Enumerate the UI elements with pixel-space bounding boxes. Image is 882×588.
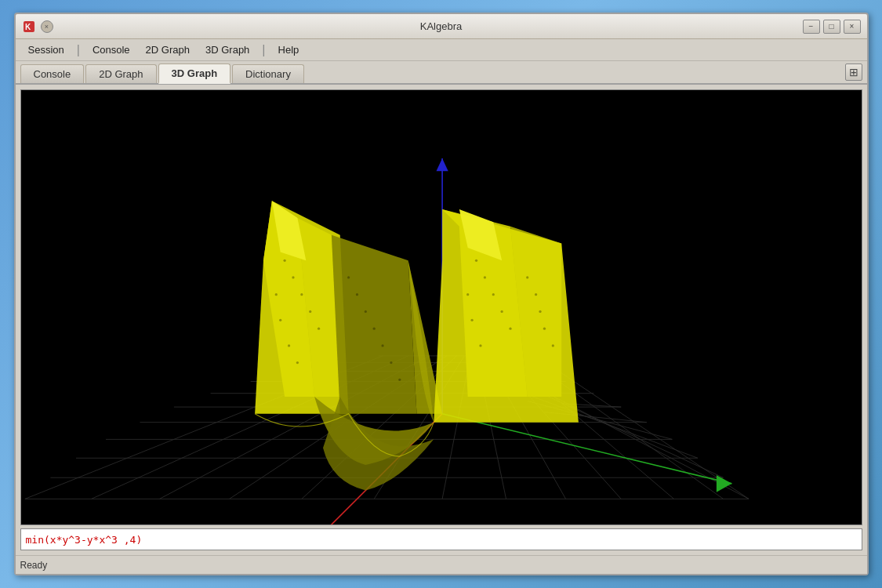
svg-marker-38 [255, 201, 348, 414]
svg-point-57 [492, 293, 494, 296]
graph-canvas[interactable] [20, 89, 862, 525]
svg-point-55 [474, 260, 477, 262]
svg-point-46 [283, 260, 285, 262]
svg-point-50 [317, 328, 319, 330]
tab-2dgraph[interactable]: 2D Graph [85, 64, 156, 83]
status-bar: Ready [16, 555, 867, 574]
svg-point-73 [390, 361, 392, 364]
menu-sep-1: | [77, 43, 80, 57]
menu-help[interactable]: Help [272, 42, 306, 58]
svg-point-72 [381, 344, 383, 347]
svg-point-68 [347, 276, 349, 278]
window-title: KAlgebra [420, 20, 462, 32]
main-window: K × KAlgebra − □ × Session | Console 2D … [14, 13, 869, 575]
status-text: Ready [20, 560, 48, 571]
svg-point-59 [509, 328, 511, 330]
main-content: min(x*y^3-y*x^3 ,4) [16, 85, 867, 555]
svg-marker-39 [331, 235, 416, 414]
svg-point-66 [543, 328, 545, 330]
title-bar-controls: − □ × [803, 20, 861, 34]
tab-action-button[interactable]: ⊞ [845, 64, 862, 81]
svg-point-69 [355, 293, 358, 296]
svg-point-71 [372, 328, 375, 330]
svg-point-53 [287, 344, 289, 347]
tab-3dgraph[interactable]: 3D Graph [158, 64, 231, 84]
svg-point-58 [500, 310, 503, 313]
svg-point-70 [364, 310, 366, 313]
tab-console[interactable]: Console [20, 64, 85, 83]
title-bar: K × KAlgebra − □ × [16, 14, 867, 39]
menu-session[interactable]: Session [22, 42, 71, 58]
svg-point-63 [526, 276, 528, 278]
tab-dictionary[interactable]: Dictionary [232, 64, 304, 83]
app-icon: K [22, 20, 36, 34]
svg-point-61 [470, 319, 473, 321]
tab-bar: Console 2D Graph 3D Graph Dictionary ⊞ [16, 61, 867, 85]
svg-point-65 [539, 310, 541, 313]
maximize-button[interactable]: □ [823, 20, 840, 34]
svg-point-64 [534, 293, 536, 296]
svg-point-48 [300, 293, 303, 296]
menu-sep-2: | [262, 43, 265, 57]
svg-point-62 [479, 344, 481, 347]
svg-point-60 [466, 293, 469, 296]
title-bar-left: K × [22, 20, 53, 34]
svg-point-56 [483, 276, 485, 278]
svg-point-47 [292, 276, 294, 278]
close-button[interactable]: × [844, 20, 861, 34]
graph-svg [21, 90, 862, 524]
svg-point-52 [279, 319, 281, 321]
svg-text:K: K [25, 23, 31, 31]
window-close-button[interactable]: × [41, 20, 53, 33]
svg-point-54 [296, 361, 298, 364]
svg-point-74 [398, 379, 401, 381]
svg-point-49 [309, 310, 311, 313]
svg-point-51 [274, 293, 277, 296]
formula-bar[interactable]: min(x*y^3-y*x^3 ,4) [20, 528, 862, 550]
menu-bar: Session | Console 2D Graph 3D Graph | He… [16, 39, 867, 61]
menu-3dgraph[interactable]: 3D Graph [199, 42, 256, 58]
menu-console[interactable]: Console [86, 42, 136, 58]
menu-2dgraph[interactable]: 2D Graph [140, 42, 196, 58]
formula-text: min(x*y^3-y*x^3 ,4) [26, 534, 143, 546]
minimize-button[interactable]: − [803, 20, 820, 34]
svg-point-67 [551, 344, 554, 347]
